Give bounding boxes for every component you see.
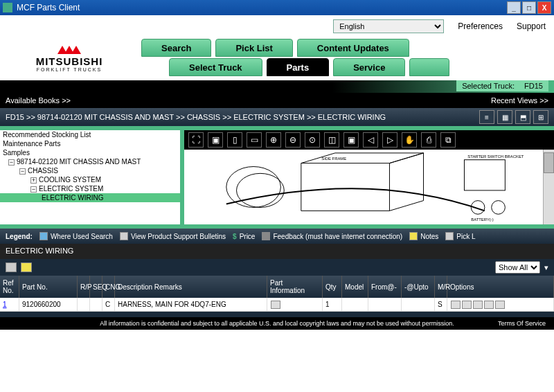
tree-wiring-selected[interactable]: ELECTRIC WIRING <box>0 193 180 202</box>
svg-text:SIDE FRAME: SIDE FRAME <box>321 157 346 161</box>
tab-pick-list[interactable]: Pick List <box>215 39 292 57</box>
zoom-in-icon[interactable]: ⊕ <box>266 132 281 148</box>
nav-bar: Available Books >> Recent Views >> <box>0 93 554 108</box>
legend-bulletins[interactable]: View Product Support Bulletins <box>120 232 226 240</box>
cell-part: 9120660200 <box>19 298 78 311</box>
col-info[interactable]: Part Information <box>267 276 323 298</box>
available-books-link[interactable]: Available Books >> <box>6 96 491 105</box>
legend-notes[interactable]: Notes <box>409 232 438 240</box>
legend-price[interactable]: $Price <box>233 233 255 240</box>
col-desc[interactable]: Description Remarks <box>115 276 267 298</box>
breadcrumb-path[interactable]: FD15 >> 98714-02120 MIT CHASSIS AND MAST… <box>6 113 479 121</box>
col-qty[interactable]: Qty <box>323 276 342 298</box>
legend-label: Legend: <box>6 233 33 240</box>
pan-icon[interactable]: ✋ <box>402 132 417 148</box>
detail-view-icon[interactable]: ⊞ <box>533 110 548 124</box>
window-title: MCF Parts Client <box>17 3 507 12</box>
filter-toggle-1[interactable] <box>6 262 17 272</box>
tree-electric[interactable]: −ELECTRIC SYSTEM <box>0 184 180 193</box>
close-button[interactable]: X <box>537 1 551 14</box>
marquee-icon[interactable]: ◫ <box>324 132 339 148</box>
svg-text:STARTER SWITCH BRACKET: STARTER SWITCH BRACKET <box>467 154 524 159</box>
select-icon[interactable]: ▣ <box>343 132 359 148</box>
col-ref[interactable]: Ref No. <box>0 276 19 298</box>
layout-icon[interactable]: ⬒ <box>515 110 530 124</box>
tree-item[interactable]: Samples <box>0 148 180 157</box>
svg-point-0 <box>226 167 281 208</box>
tree-cooling[interactable]: +COOLING SYSTEM <box>0 175 180 184</box>
selected-truck-bar: Selected Truck: FD15 <box>0 80 554 93</box>
col-upto[interactable]: -@Upto <box>402 276 435 298</box>
grid-header: Ref No. Part No. R/P SEQ CNG Description… <box>0 276 554 298</box>
grid-view-icon[interactable]: ▦ <box>497 110 512 124</box>
col-opt[interactable]: Options <box>447 276 554 298</box>
fit-icon[interactable]: ▣ <box>208 132 223 148</box>
tab-select-truck[interactable]: Select Truck <box>169 58 262 76</box>
width-icon[interactable]: ▭ <box>247 132 262 148</box>
col-mr[interactable]: M/R <box>435 276 447 298</box>
opt-icon-3[interactable] <box>473 301 483 309</box>
diagram-viewer[interactable]: SIDE FRAME STARTER SWITCH BRACKET BATTER… <box>184 150 554 224</box>
language-select[interactable]: English <box>333 19 444 33</box>
tree-panel: Recommended Stocking List Maintenance Pa… <box>0 130 184 224</box>
table-row[interactable]: 1 9120660200 C HARNESS, MAIN FOR 4DQ7-EN… <box>0 298 554 312</box>
fullscreen-icon[interactable]: ⛶ <box>188 132 204 148</box>
zoom-reset-icon[interactable]: ⊙ <box>305 132 320 148</box>
prev-icon[interactable]: ◁ <box>363 132 378 148</box>
tree-item[interactable]: Recommended Stocking List <box>0 130 180 139</box>
tab-parts[interactable]: Parts <box>267 58 330 76</box>
collapse-icon[interactable]: − <box>19 168 26 175</box>
tab-content-updates[interactable]: Content Updates <box>297 39 409 57</box>
page-icon[interactable]: ▯ <box>227 132 242 148</box>
terms-link[interactable]: Terms Of Service <box>498 320 546 327</box>
tab-overflow[interactable] <box>409 58 449 76</box>
col-model[interactable]: Model <box>342 276 368 298</box>
legend-pick[interactable]: Pick L <box>445 232 475 240</box>
col-part[interactable]: Part No. <box>19 276 78 298</box>
expand-icon[interactable]: + <box>30 177 37 184</box>
scrollbar-vertical[interactable] <box>543 150 554 224</box>
info-icon[interactable] <box>271 301 280 309</box>
cell-info[interactable] <box>267 298 323 311</box>
legend-feedback[interactable]: Feedback (must have internet connection) <box>262 232 402 240</box>
diagram-panel: ⛶ ▣ ▯ ▭ ⊕ ⊖ ⊙ ◫ ▣ ◁ ▷ ✋ ⎙ ⧉ <box>184 130 554 224</box>
collapse-icon[interactable]: − <box>30 186 37 193</box>
cell-upto <box>402 298 435 311</box>
col-rp[interactable]: R/P <box>78 276 90 298</box>
cell-options <box>447 298 554 311</box>
legend-where-used[interactable]: Where Used Search <box>39 232 113 240</box>
tree-book[interactable]: −98714-02120 MIT CHASSIS AND MAST <box>0 157 180 166</box>
footer-text: All information is confidential and subj… <box>100 320 454 327</box>
minimize-button[interactable]: _ <box>507 1 521 14</box>
logo: MITSUBISHI FORKLIFT TRUCKS <box>0 37 138 80</box>
recent-views-link[interactable]: Recent Views >> <box>491 96 548 105</box>
cell-cng: C <box>102 298 115 311</box>
logo-subtitle: FORKLIFT TRUCKS <box>37 67 102 72</box>
copy-icon[interactable]: ⧉ <box>440 132 456 148</box>
cell-ref[interactable]: 1 <box>0 298 19 311</box>
collapse-icon[interactable]: − <box>8 159 15 166</box>
dropdown-icon[interactable]: ▾ <box>544 263 548 272</box>
col-seq[interactable]: SEQ <box>90 276 102 298</box>
opt-icon-2[interactable] <box>462 301 472 309</box>
tree-item[interactable]: Maintenance Parts <box>0 139 180 148</box>
list-view-icon[interactable]: ≡ <box>479 110 494 124</box>
show-all-select[interactable]: Show All <box>495 261 540 274</box>
col-cng[interactable]: CNG <box>102 276 115 298</box>
col-from[interactable]: From@- <box>368 276 402 298</box>
filter-toggle-2[interactable] <box>21 262 32 272</box>
tab-search[interactable]: Search <box>141 39 211 57</box>
preferences-link[interactable]: Preferences <box>458 21 503 31</box>
opt-icon-1[interactable] <box>451 301 461 309</box>
maximize-button[interactable]: □ <box>522 1 536 14</box>
next-icon[interactable]: ▷ <box>382 132 397 148</box>
tree-chassis[interactable]: −CHASSIS <box>0 166 180 175</box>
opt-icon-4[interactable] <box>484 301 494 309</box>
support-link[interactable]: Support <box>517 21 546 31</box>
print-icon[interactable]: ⎙ <box>421 132 436 148</box>
viewer-toolbar: ⛶ ▣ ▯ ▭ ⊕ ⊖ ⊙ ◫ ▣ ◁ ▷ ✋ ⎙ ⧉ <box>184 130 554 150</box>
opt-icon-5[interactable] <box>495 301 505 309</box>
zoom-out-icon[interactable]: ⊖ <box>285 132 301 148</box>
tab-service[interactable]: Service <box>333 58 405 76</box>
window-titlebar: MCF Parts Client _ □ X <box>0 0 554 15</box>
